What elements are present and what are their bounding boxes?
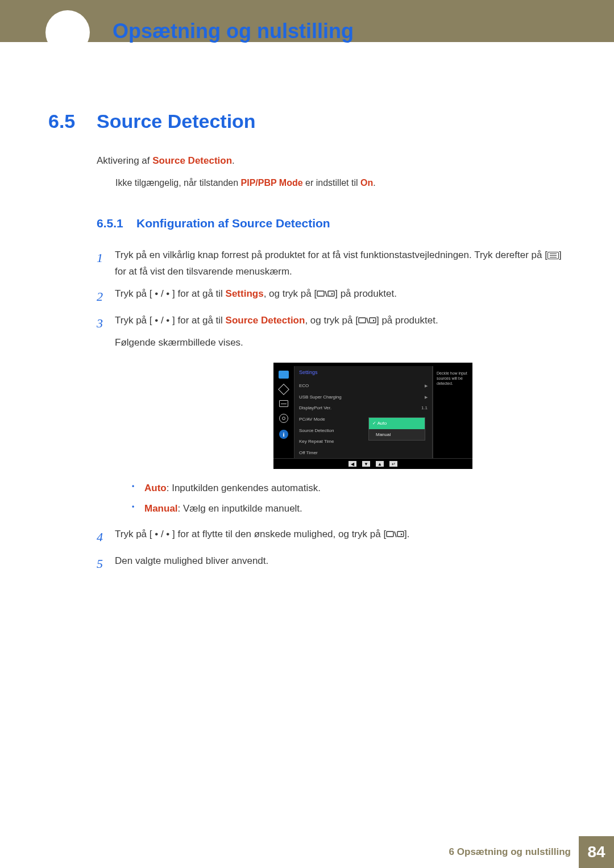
step-text: Tryk på en vilkårlig knap forrest på pro… bbox=[115, 250, 547, 260]
osd-popup-selected: Auto bbox=[369, 418, 425, 429]
step-2: 2 Tryk på [ • / • ] for at gå til Settin… bbox=[97, 286, 566, 307]
page-content: 6.5 Source Detection Aktivering af Sourc… bbox=[0, 42, 614, 575]
step-3: 3 Tryk på [ • / • ] for at gå til Source… bbox=[97, 313, 566, 521]
svg-rect-5 bbox=[370, 318, 376, 323]
step-number: 4 bbox=[97, 526, 115, 547]
intro-line: Aktivering af Source Detection. bbox=[97, 155, 566, 167]
note-mid: er indstillet til bbox=[303, 178, 360, 188]
intro-highlight: Source Detection bbox=[152, 155, 232, 166]
osd-item-label: ECO bbox=[299, 382, 309, 390]
bullet-list: Auto: Inputkilden genkendes automatisk. … bbox=[132, 480, 566, 516]
section-number: 6.5 bbox=[48, 110, 97, 132]
nav-down-icon: ▼ bbox=[362, 461, 370, 467]
osd-item-label: Off Timer bbox=[299, 449, 318, 457]
bullet-text: : Inputkilden genkendes automatisk. bbox=[167, 483, 321, 493]
step-text: , og tryk på [ bbox=[264, 288, 317, 299]
bullet-manual: Manual: Vælg en inputkilde manuelt. bbox=[132, 501, 566, 516]
nav-left-icon: ◀ bbox=[349, 461, 356, 467]
svg-line-1 bbox=[325, 291, 327, 297]
nav-up-icon: ▲ bbox=[376, 461, 384, 467]
footer-chapter-label: 6 Opsætning og nulstilling bbox=[449, 846, 571, 858]
section-heading: 6.5 Source Detection bbox=[48, 110, 566, 132]
step-number: 2 bbox=[97, 286, 115, 307]
step-dots: • / • bbox=[152, 529, 173, 539]
osd-item-dp: DisplayPort Ver.1.1 bbox=[294, 402, 432, 414]
osd-body: i Settings ECO▶ USB Super Charging▶ Disp… bbox=[273, 366, 472, 458]
osd-item-eco: ECO▶ bbox=[294, 380, 432, 392]
note-h1: PIP/PBP Mode bbox=[241, 178, 303, 188]
osd-help-panel: Decide how input sources will be detecte… bbox=[433, 366, 472, 458]
chevron-right-icon: ▶ bbox=[425, 383, 428, 389]
osd-item-usb: USB Super Charging▶ bbox=[294, 392, 432, 403]
step-text: ] på produktet. bbox=[376, 315, 438, 326]
bullet-highlight: Manual bbox=[144, 503, 178, 514]
svg-rect-0 bbox=[317, 291, 324, 296]
source-enter-icon bbox=[358, 314, 376, 330]
svg-rect-2 bbox=[328, 291, 334, 296]
intro-prefix: Aktivering af bbox=[97, 155, 152, 166]
step-body: Den valgte mulighed bliver anvendt. bbox=[115, 553, 566, 574]
osd-screenshot: i Settings ECO▶ USB Super Charging▶ Disp… bbox=[180, 363, 566, 469]
osd-item-label: DisplayPort Ver. bbox=[299, 404, 331, 412]
subsection-heading: 6.5.1 Konfiguration af Source Detection bbox=[97, 217, 566, 230]
step-1: 1 Tryk på en vilkårlig knap forrest på p… bbox=[97, 247, 566, 280]
chapter-number-circle bbox=[45, 10, 90, 55]
footer: 6 Opsætning og nulstilling 84 bbox=[0, 836, 614, 868]
step-text: ] for at gå til bbox=[172, 288, 226, 299]
step-number: 3 bbox=[97, 313, 115, 521]
bullet-text: : Vælg en inputkilde manuelt. bbox=[178, 503, 302, 514]
step-text: ] på produktet. bbox=[335, 288, 397, 299]
note-prefix: Ikke tilgængelig, når tilstanden bbox=[115, 178, 241, 188]
svg-rect-6 bbox=[387, 531, 393, 537]
note-h2: On bbox=[360, 178, 373, 188]
bullet-auto: Auto: Inputkilden genkendes automatisk. bbox=[132, 480, 566, 496]
page-number: 84 bbox=[579, 836, 614, 868]
step-text: ] for at gå til bbox=[172, 315, 226, 326]
step-highlight: Settings bbox=[226, 288, 264, 299]
osd-icon-column: i bbox=[273, 366, 294, 458]
picture-icon bbox=[278, 384, 289, 395]
osd-item-label: PC/AV Mode bbox=[299, 416, 325, 423]
osd-item-off: Off Timer bbox=[294, 447, 432, 459]
note-suffix: . bbox=[373, 178, 375, 188]
step-text: , og tryk på [ bbox=[305, 315, 358, 326]
osd-popup: Auto Manual bbox=[368, 417, 425, 441]
step-body: Tryk på [ • / • ] for at gå til Settings… bbox=[115, 286, 566, 307]
step-text: ] for at flytte til den ønskede mulighed… bbox=[172, 529, 386, 539]
osd-item-label: USB Super Charging bbox=[299, 393, 342, 401]
svg-line-4 bbox=[367, 318, 368, 323]
step-text: ]. bbox=[404, 529, 409, 539]
osd-item-label: Key Repeat Time bbox=[299, 438, 334, 446]
step-body: Tryk på en vilkårlig knap forrest på pro… bbox=[115, 247, 566, 280]
source-enter-icon bbox=[386, 528, 404, 544]
chapter-title: Opsætning og nulstilling bbox=[113, 19, 354, 43]
step-text: Tryk på [ bbox=[115, 529, 152, 539]
svg-line-7 bbox=[395, 531, 396, 537]
osd-item-value: 1.1 bbox=[421, 404, 428, 412]
source-enter-icon bbox=[317, 287, 335, 304]
osd-main-panel: Settings ECO▶ USB Super Charging▶ Displa… bbox=[294, 366, 433, 458]
step-text: Tryk på [ bbox=[115, 315, 152, 326]
step-4: 4 Tryk på [ • / • ] for at flytte til de… bbox=[97, 526, 566, 547]
step-dots: • / • bbox=[152, 288, 173, 299]
svg-rect-3 bbox=[359, 318, 366, 323]
section-title: Source Detection bbox=[97, 110, 256, 132]
monitor-icon bbox=[279, 371, 289, 379]
list-icon bbox=[279, 400, 288, 407]
chevron-right-icon: ▶ bbox=[425, 394, 428, 401]
step-highlight: Source Detection bbox=[226, 315, 305, 326]
info-icon: i bbox=[279, 430, 288, 439]
osd-popup-item: Manual bbox=[369, 429, 425, 441]
osd-panel: i Settings ECO▶ USB Super Charging▶ Disp… bbox=[273, 363, 472, 469]
steps-list: 1 Tryk på en vilkårlig knap forrest på p… bbox=[97, 247, 566, 575]
step-number: 5 bbox=[97, 553, 115, 574]
step-body: Tryk på [ • / • ] for at flytte til den … bbox=[115, 526, 566, 547]
step-number: 1 bbox=[97, 247, 115, 280]
osd-title: Settings bbox=[294, 366, 432, 380]
step-body: Tryk på [ • / • ] for at gå til Source D… bbox=[115, 313, 566, 521]
gear-icon bbox=[279, 414, 288, 423]
subsection-title: Konfiguration af Source Detection bbox=[136, 217, 330, 230]
note-line: Ikke tilgængelig, når tilstanden PIP/PBP… bbox=[115, 178, 566, 188]
osd-item-label: Source Detection bbox=[299, 427, 334, 435]
osd-nav-row: ◀ ▼ ▲ ↵ bbox=[273, 458, 472, 468]
